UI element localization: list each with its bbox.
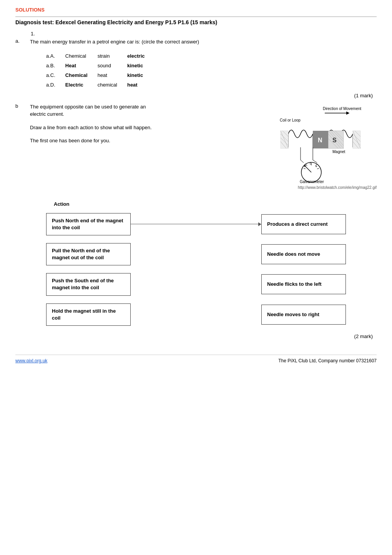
mark-b: (2 mark) — [15, 333, 373, 339]
part-b-line1: The equipment opposite can be used to ge… — [30, 103, 254, 111]
option-col3: kinetic — [127, 61, 155, 70]
option-row: a.B.Heatsoundkinetic — [46, 61, 155, 70]
footer: www.pixl.org.uk The PiXL Club Ltd, Compa… — [15, 355, 377, 363]
part-b-line3: Draw a line from each action to show wha… — [30, 124, 254, 132]
option-col3: kinetic — [127, 70, 155, 80]
svg-line-35 — [317, 168, 319, 169]
part-a-text: The main energy transfer in a petrol eng… — [30, 38, 199, 46]
matching-row: Push North end of the magnet into the co… — [15, 213, 377, 235]
svg-text:S: S — [332, 137, 337, 143]
svg-text:+: + — [315, 164, 317, 168]
action-box: Push the South end of the magnet into th… — [46, 273, 131, 295]
svg-line-34 — [304, 168, 306, 169]
result-box: Needle does not move — [261, 244, 346, 264]
option-col2: heat — [98, 70, 127, 80]
option-col3: heat — [127, 80, 155, 90]
option-col1: Chemical — [65, 70, 98, 80]
svg-line-43 — [301, 160, 304, 163]
part-a: a. The main energy transfer in a petrol … — [15, 38, 377, 46]
matching-row: Hold the magnet still in the coilNeedle … — [15, 303, 377, 326]
matching-row: Push the South end of the magnet into th… — [15, 273, 377, 295]
matching-row: Pull the North end of the magnet out of … — [15, 243, 377, 265]
mark-a: (1 mark) — [15, 93, 373, 98]
electromagnetic-diagram: Direction of Movement Coil or Loop — [257, 103, 373, 184]
svg-text:Magnet: Magnet — [332, 150, 345, 154]
option-col1: Heat — [65, 61, 98, 70]
option-col2: sound — [98, 61, 127, 70]
part-a-letter: a. — [15, 38, 30, 46]
main-title: Diagnosis test: Edexcel Generating Elect… — [15, 19, 377, 25]
connector — [131, 284, 261, 285]
connector — [131, 314, 261, 315]
option-row: a.C.Chemicalheatkinetic — [46, 70, 155, 80]
part-b-line4: The first one has been done for you. — [30, 137, 254, 145]
option-col2: strain — [98, 51, 127, 61]
option-col1: Chemical — [65, 51, 98, 61]
connector — [131, 224, 261, 225]
option-col3: electric — [127, 51, 155, 61]
part-b-left: The equipment opposite can be used to ge… — [30, 103, 254, 190]
options-table: a.A.Chemicalstrainelectrica.B.Heatsoundk… — [46, 51, 155, 90]
svg-text:0: 0 — [310, 162, 312, 165]
part-b-line2: electric current. — [30, 110, 254, 118]
part-b: b The equipment opposite can be used to … — [15, 103, 377, 190]
svg-text:N: N — [318, 137, 322, 143]
svg-text:Galvanometer: Galvanometer — [300, 180, 324, 184]
diagram-container: Direction of Movement Coil or Loop — [254, 103, 377, 190]
action-box: Hold the magnet still in the coil — [46, 303, 131, 326]
action-box: Pull the North end of the magnet out of … — [46, 243, 131, 265]
part-b-letter: b — [15, 103, 30, 190]
header-divider — [15, 17, 377, 17]
question-number: 1. — [31, 31, 377, 37]
action-box: Push North end of the magnet into the co… — [46, 213, 131, 235]
option-label: a.C. — [46, 70, 65, 80]
diagram-url: http://www.bristolwatch.com/ele/img/mag2… — [254, 185, 377, 190]
option-row: a.A.Chemicalstrainelectric — [46, 51, 155, 61]
option-row: a.D.Electricchemicalheat — [46, 80, 155, 90]
option-col1: Electric — [65, 80, 98, 90]
footer-company: The PiXL Club Ltd, Company number 073216… — [278, 358, 377, 363]
result-box: Needle moves to right — [261, 305, 346, 325]
svg-text:Coil or Loop: Coil or Loop — [280, 118, 301, 122]
result-box: Produces a direct current — [261, 214, 346, 234]
connector — [131, 254, 261, 255]
option-col2: chemical — [98, 80, 127, 90]
solutions-header: SOLUTIONS — [15, 7, 377, 13]
action-header: Action — [54, 201, 377, 207]
matching-section: Action Push North end of the magnet into… — [15, 201, 377, 326]
result-box: Needle flicks to the left — [261, 274, 346, 294]
option-label: a.A. — [46, 51, 65, 61]
option-label: a.B. — [46, 61, 65, 70]
svg-text:Direction of Movement: Direction of Movement — [323, 107, 361, 111]
footer-link[interactable]: www.pixl.org.uk — [15, 358, 47, 363]
option-label: a.D. — [46, 80, 65, 90]
